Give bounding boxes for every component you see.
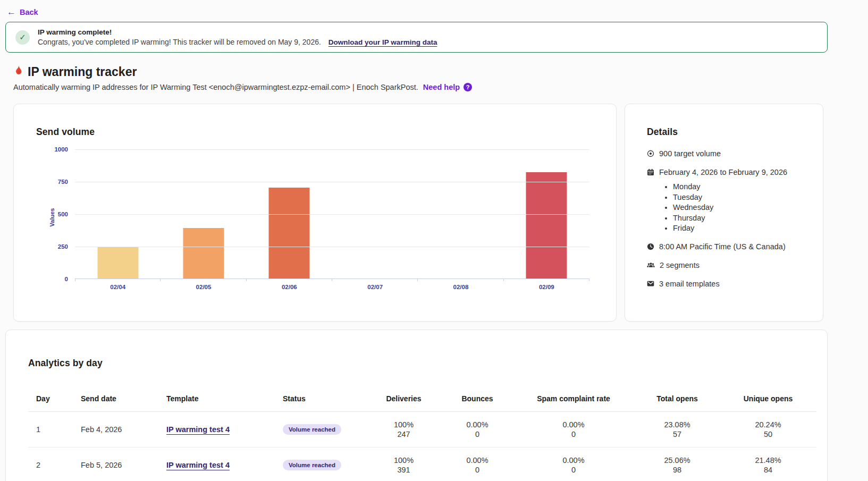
- users-icon: [647, 261, 655, 269]
- details-title: Details: [647, 126, 810, 138]
- analytics-title: Analytics by day: [28, 358, 827, 369]
- y-axis-tick: 750: [58, 179, 68, 185]
- column-header: Bounces: [442, 394, 512, 412]
- detail-templates-text: 3 email templates: [659, 279, 720, 289]
- x-axis-tick: 02/05: [161, 284, 246, 290]
- gridline: [75, 247, 589, 247]
- details-card: Details 900 target volume February 4, 20…: [625, 104, 823, 322]
- gridline: [75, 182, 589, 182]
- check-icon: ✓: [15, 30, 30, 45]
- page-title: IP warming tracker: [13, 64, 868, 79]
- detail-date-range-text: February 4, 2026 to February 9, 2026: [659, 167, 787, 178]
- chart-title: Send volume: [36, 126, 601, 138]
- banner-text: IP warming complete! Congrats, you've co…: [38, 28, 437, 46]
- cell-status: Volume reached: [275, 448, 365, 481]
- page: ← Back ✓ IP warming complete! Congrats, …: [0, 0, 868, 481]
- calendar-icon: [647, 168, 654, 176]
- gridline: [75, 214, 589, 215]
- back-link[interactable]: ← Back: [7, 7, 38, 16]
- cell-day: 1: [28, 412, 73, 448]
- column-header: Day: [28, 394, 73, 412]
- analytics-table-head: DaySend dateTemplateStatusDeliveriesBoun…: [28, 394, 816, 412]
- cell-spam-complaint-rate: 0.00%0: [512, 412, 635, 448]
- subtitle-text: Automatically warming IP addresses for I…: [13, 83, 418, 91]
- success-banner: ✓ IP warming complete! Congrats, you've …: [5, 22, 828, 53]
- analytics-header-row: DaySend dateTemplateStatusDeliveriesBoun…: [28, 394, 816, 412]
- status-badge: Volume reached: [283, 424, 341, 435]
- column-header: Deliveries: [365, 394, 442, 412]
- cell-total-opens: 23.08%57: [635, 412, 720, 448]
- column-header: Total opens: [635, 394, 720, 412]
- help-question-icon[interactable]: ?: [464, 83, 472, 91]
- cell-spam-complaint-rate: 0.00%0: [512, 448, 635, 481]
- chart-bar[interactable]: [526, 172, 567, 279]
- detail-target-text: 900 target volume: [659, 148, 721, 159]
- gridline: [75, 149, 589, 150]
- chart-bar[interactable]: [97, 247, 138, 279]
- detail-templates: 3 email templates: [647, 279, 810, 289]
- chart-bar[interactable]: [269, 188, 310, 279]
- flame-icon: [13, 64, 24, 79]
- target-icon: [647, 150, 654, 157]
- chart-bar[interactable]: [183, 228, 224, 279]
- y-axis-tick: 500: [58, 211, 68, 217]
- cell-send-date: Feb 5, 2026: [73, 448, 158, 481]
- detail-time: 8:00 AM Pacific Time (US & Canada): [647, 241, 810, 252]
- cell-day: 2: [28, 448, 73, 481]
- page-title-text: IP warming tracker: [28, 65, 137, 79]
- cell-status: Volume reached: [275, 412, 365, 448]
- clock-icon: [647, 243, 654, 250]
- x-axis-tick: 02/04: [75, 284, 161, 290]
- cell-deliveries: 100%391: [365, 448, 442, 481]
- details-day-item: Thursday: [673, 213, 810, 224]
- template-link[interactable]: IP warming test 4: [166, 461, 230, 469]
- analytics-card: Analytics by day DaySend dateTemplateSta…: [5, 330, 828, 481]
- page-subtitle: Automatically warming IP addresses for I…: [13, 83, 868, 91]
- table-row: 1Feb 4, 2026IP warming test 4Volume reac…: [28, 412, 816, 448]
- column-header: Spam complaint rate: [512, 394, 635, 412]
- cell-bounces: 0.00%0: [442, 412, 512, 448]
- column-header: Unique opens: [720, 394, 816, 412]
- y-axis-title: Values: [49, 208, 55, 227]
- column-header: Template: [158, 394, 275, 412]
- banner-title: IP warming complete!: [38, 28, 437, 36]
- x-axis-tick: 02/09: [504, 284, 589, 290]
- analytics-table-body: 1Feb 4, 2026IP warming test 4Volume reac…: [28, 412, 816, 481]
- details-list: 900 target volume February 4, 2026 to Fe…: [647, 148, 810, 178]
- chart-plot: Values 02/0402/0502/0602/0702/0802/09 10…: [75, 149, 589, 279]
- detail-segments-text: 2 segments: [660, 260, 700, 271]
- cell-template: IP warming test 4: [158, 412, 275, 448]
- detail-time-text: 8:00 AM Pacific Time (US & Canada): [659, 241, 786, 252]
- x-axis-tick: 02/07: [332, 284, 418, 290]
- cell-send-date: Feb 4, 2026: [73, 412, 158, 448]
- cell-unique-opens: 20.24%50: [720, 412, 816, 448]
- detail-segments: 2 segments: [647, 260, 810, 271]
- details-day-item: Wednesday: [673, 202, 810, 213]
- details-day-item: Friday: [673, 223, 810, 234]
- download-data-link[interactable]: Download your IP warming data: [328, 38, 437, 46]
- back-label: Back: [20, 8, 38, 16]
- details-day-item: Tuesday: [673, 192, 810, 203]
- back-arrow-icon: ←: [7, 7, 16, 16]
- detail-target: 900 target volume: [647, 148, 810, 159]
- details-day-item: Monday: [673, 182, 810, 192]
- top-row: Send volume Values 02/0402/0502/0602/070…: [13, 104, 823, 322]
- y-axis-tick: 1000: [54, 146, 68, 153]
- table-row: 2Feb 5, 2026IP warming test 4Volume reac…: [28, 448, 816, 481]
- y-axis-tick: 250: [58, 243, 68, 250]
- analytics-table: DaySend dateTemplateStatusDeliveriesBoun…: [28, 394, 816, 481]
- envelope-icon: [647, 280, 654, 287]
- cell-deliveries: 100%247: [365, 412, 442, 448]
- cell-total-opens: 25.06%98: [635, 448, 720, 481]
- x-axis-tick: 02/08: [418, 284, 503, 290]
- need-help-link[interactable]: Need help: [423, 83, 460, 91]
- template-link[interactable]: IP warming test 4: [166, 425, 230, 434]
- banner-message: Congrats, you've completed IP warming! T…: [38, 38, 321, 46]
- details-days-list: MondayTuesdayWednesdayThursdayFriday: [663, 182, 810, 234]
- status-badge: Volume reached: [283, 460, 341, 470]
- column-header: Send date: [73, 394, 158, 412]
- cell-template: IP warming test 4: [158, 448, 275, 481]
- cell-bounces: 0.00%0: [442, 448, 512, 481]
- details-list-2: 8:00 AM Pacific Time (US & Canada) 2 seg…: [647, 241, 810, 289]
- x-axis-tick: 02/06: [247, 284, 332, 290]
